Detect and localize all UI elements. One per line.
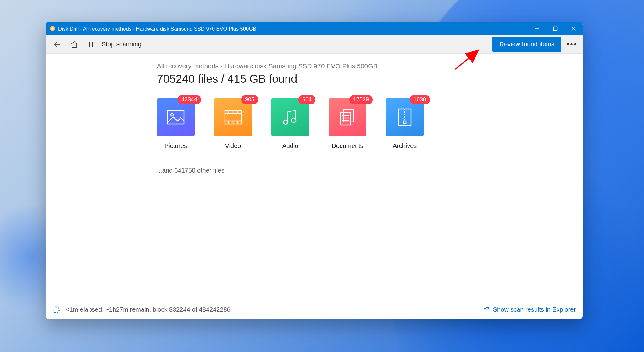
archives-count-badge: 1038 [410,95,430,104]
category-documents[interactable]: 17539 Documents [329,98,366,150]
video-label: Video [225,142,241,150]
explorer-link-label: Show scan results in Explorer [493,306,576,313]
main-content: All recovery methods - Hardware disk Sam… [46,54,583,300]
breadcrumb: All recovery methods - Hardware disk Sam… [157,62,573,70]
svg-rect-23 [341,112,351,125]
home-button[interactable] [68,38,81,51]
scan-summary-headline: 705240 files / 415 GB found [157,72,573,86]
app-window: Disk Drill - All recovery methods - Hard… [46,22,583,319]
pictures-tile: 43344 [157,98,195,136]
other-files-text: ...and 641750 other files [157,167,573,174]
close-button[interactable] [564,22,583,35]
archives-label: Archives [393,142,417,150]
audio-count-badge: 664 [298,95,315,104]
archives-tile: 1038 [386,98,424,136]
category-archives[interactable]: 1038 Archives [386,98,424,150]
svg-rect-3 [554,27,557,31]
status-bar: <1m elapsed, ~1h27m remain, block 832244… [46,300,583,319]
video-tile: 905 [214,98,252,136]
app-icon [49,26,56,32]
spinner-icon [53,306,60,314]
audio-label: Audio [282,142,298,150]
minimize-button[interactable] [528,22,546,35]
category-video[interactable]: 905 Video [214,98,252,150]
svg-rect-9 [168,110,184,124]
svg-rect-8 [92,42,93,47]
svg-point-10 [171,113,173,116]
audio-tile: 664 [271,98,309,136]
video-count-badge: 905 [241,95,258,104]
open-external-icon [483,306,490,313]
svg-rect-7 [89,42,90,47]
back-button[interactable] [51,38,64,51]
documents-tile: 17539 [329,98,366,136]
pictures-count-badge: 43344 [178,95,201,104]
pause-icon[interactable] [85,38,98,51]
svg-rect-29 [403,121,406,123]
documents-count-badge: 17539 [349,95,373,104]
more-menu-button[interactable]: ••• [564,38,580,51]
category-row: 43344 Pictures 905 Video 664 Audio [157,98,573,150]
toolbar: Stop scanning Review found items ••• [46,35,583,54]
review-found-items-button[interactable]: Review found items [492,37,561,52]
show-in-explorer-link[interactable]: Show scan results in Explorer [483,306,576,313]
maximize-button[interactable] [546,22,564,35]
category-audio[interactable]: 664 Audio [271,98,309,150]
category-pictures[interactable]: 43344 Pictures [157,98,195,150]
titlebar: Disk Drill - All recovery methods - Hard… [46,22,583,35]
svg-point-1 [51,27,54,30]
stop-scanning-button[interactable]: Stop scanning [102,41,142,48]
documents-label: Documents [331,142,363,150]
status-text: <1m elapsed, ~1h27m remain, block 832244… [66,306,230,313]
pictures-label: Pictures [164,142,187,150]
window-title: Disk Drill - All recovery methods - Hard… [58,26,256,32]
